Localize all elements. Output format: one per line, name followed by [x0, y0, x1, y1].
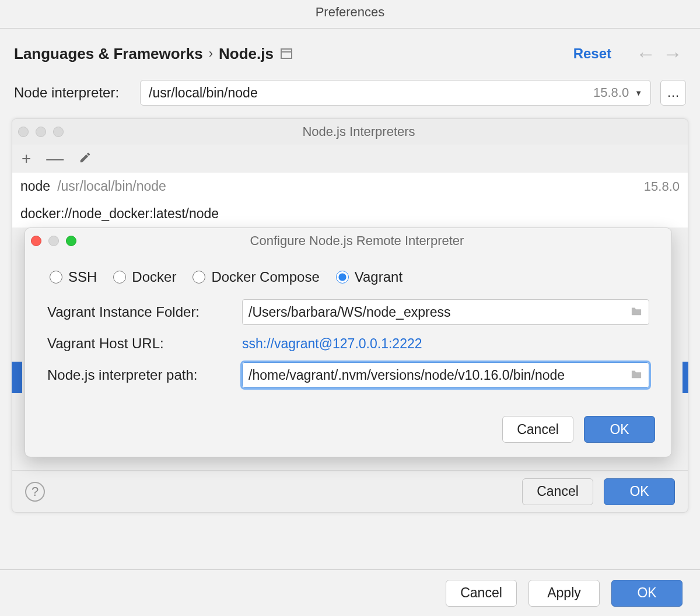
edit-button[interactable] — [79, 151, 92, 166]
selection-highlight — [682, 362, 688, 393]
list-item[interactable]: docker://node_docker:latest/node — [12, 200, 688, 228]
preferences-footer: Cancel Apply OK — [0, 569, 700, 616]
cancel-button[interactable]: Cancel — [446, 580, 517, 607]
reset-button[interactable]: Reset — [573, 46, 611, 62]
node-interpreter-label: Node interpreter: — [14, 85, 131, 101]
interpreter-name: docker://node_docker:latest/node — [20, 206, 219, 222]
minimize-icon[interactable] — [48, 236, 59, 246]
minimize-icon[interactable] — [36, 127, 46, 137]
chevron-down-icon: ▼ — [635, 89, 642, 97]
forward-arrow-icon[interactable]: → — [663, 44, 682, 64]
radio-vagrant-label: Vagrant — [355, 269, 402, 285]
interpreter-name: node — [20, 178, 50, 194]
interpreter-path-field[interactable]: /home/vagrant/.nvm/versions/node/v10.16.… — [242, 362, 649, 388]
add-button[interactable]: + — [22, 155, 31, 163]
window-icon — [281, 48, 292, 59]
chevron-right-icon: › — [209, 46, 213, 61]
ok-button[interactable]: OK — [604, 478, 675, 505]
selection-highlight — [12, 362, 22, 393]
breadcrumb-parent[interactable]: Languages & Frameworks — [14, 45, 203, 63]
configure-remote-interpreter-dialog: Configure Node.js Remote Interpreter SSH… — [24, 228, 672, 457]
help-icon: ? — [32, 484, 38, 499]
node-interpreter-dropdown[interactable]: /usr/local/bin/node 15.8.0 ▼ — [140, 80, 651, 106]
list-item[interactable]: node /usr/local/bin/node 15.8.0 — [12, 173, 688, 200]
breadcrumb: Languages & Frameworks › Node.js — [14, 45, 292, 63]
node-interpreter-value: /usr/local/bin/node — [149, 85, 593, 101]
back-arrow-icon[interactable]: ← — [636, 44, 656, 64]
remove-button[interactable]: — — [46, 155, 64, 162]
more-button[interactable]: … — [660, 80, 686, 106]
radio-docker-label: Docker — [132, 269, 176, 285]
radio-docker-compose[interactable]: Docker Compose — [192, 269, 319, 285]
interpreter-path-value: /home/vagrant/.nvm/versions/node/v10.16.… — [249, 368, 630, 383]
cancel-button[interactable]: Cancel — [522, 478, 593, 505]
radio-vagrant[interactable]: Vagrant — [336, 269, 402, 285]
help-button[interactable]: ? — [25, 482, 45, 502]
radio-ssh[interactable]: SSH — [50, 269, 97, 285]
interpreter-path: /usr/local/bin/node — [57, 178, 166, 194]
radio-docker-compose-label: Docker Compose — [211, 269, 319, 285]
host-url-value[interactable]: ssh://vagrant@127.0.0.1:2222 — [242, 336, 422, 352]
close-icon[interactable] — [31, 236, 41, 246]
apply-button[interactable]: Apply — [528, 580, 600, 607]
close-icon[interactable] — [18, 127, 29, 137]
interpreters-dialog-title: Node.js Interpreters — [72, 124, 646, 139]
folder-icon[interactable] — [630, 369, 643, 382]
interpreter-version: 15.8.0 — [644, 179, 680, 194]
instance-folder-field[interactable]: /Users/barbara/WS/node_express — [242, 299, 649, 325]
host-url-label: Vagrant Host URL: — [47, 335, 228, 352]
connection-type-radios: SSH Docker Docker Compose Vagrant — [50, 269, 649, 285]
ellipsis-icon: … — [667, 85, 680, 100]
radio-ssh-label: SSH — [68, 269, 97, 285]
page-title: Preferences — [0, 0, 700, 29]
ok-button[interactable]: OK — [611, 580, 682, 607]
remote-dialog-title: Configure Node.js Remote Interpreter — [85, 233, 629, 249]
pencil-icon — [79, 151, 92, 164]
node-interpreter-version: 15.8.0 — [593, 85, 629, 100]
radio-docker[interactable]: Docker — [113, 269, 176, 285]
interpreter-path-label: Node.js interpreter path: — [47, 367, 228, 383]
instance-folder-label: Vagrant Instance Folder: — [47, 304, 228, 320]
zoom-icon[interactable] — [53, 127, 64, 137]
instance-folder-value: /Users/barbara/WS/node_express — [249, 304, 630, 320]
ok-button[interactable]: OK — [584, 416, 655, 443]
cancel-button[interactable]: Cancel — [502, 416, 573, 443]
breadcrumb-current: Node.js — [219, 45, 274, 63]
zoom-icon[interactable] — [66, 236, 76, 246]
folder-icon[interactable] — [630, 306, 643, 319]
